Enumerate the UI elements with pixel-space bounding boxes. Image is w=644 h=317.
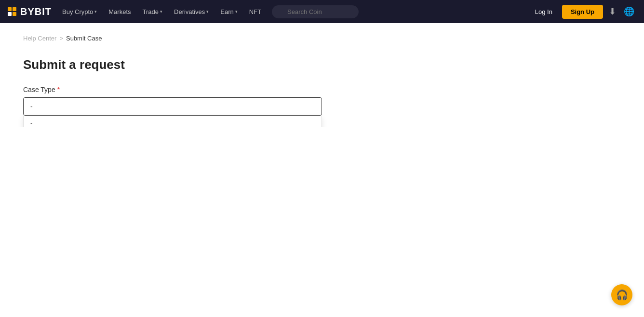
nav-nft[interactable]: NFT	[244, 6, 266, 17]
dropdown-item[interactable]: -	[24, 116, 322, 127]
logo[interactable]: BYBIT	[8, 6, 52, 17]
main-content: Help Center > Submit Case Submit a reque…	[0, 23, 644, 127]
chevron-down-icon: ▾	[206, 9, 209, 14]
nav-derivatives[interactable]: Derivatives ▾	[169, 6, 214, 17]
logo-icon	[8, 7, 16, 16]
nav-buy-crypto[interactable]: Buy Crypto ▾	[57, 6, 102, 17]
search-input[interactable]	[272, 5, 359, 18]
navbar: BYBIT Buy Crypto ▾ Markets Trade ▾ Deriv…	[0, 0, 644, 23]
chevron-down-icon: ▾	[235, 9, 238, 14]
breadcrumb: Help Center > Submit Case	[23, 35, 621, 42]
breadcrumb-separator: >	[59, 35, 63, 42]
download-icon[interactable]: ⬇	[607, 4, 618, 19]
globe-icon[interactable]: 🌐	[622, 4, 636, 19]
required-marker: *	[57, 86, 60, 93]
page-title: Submit a request	[23, 57, 621, 72]
chevron-down-icon: ▾	[160, 9, 162, 14]
logo-text: BYBIT	[20, 6, 52, 17]
select-value: -	[30, 103, 33, 110]
breadcrumb-current: Submit Case	[66, 35, 102, 42]
case-type-select[interactable]: -	[23, 97, 322, 116]
form-group: Case Type * - -Why hasn't my deposit bee…	[23, 86, 322, 116]
nav-markets[interactable]: Markets	[104, 6, 135, 17]
login-button[interactable]: Log In	[529, 5, 558, 18]
dropdown-list: -Why hasn't my deposit been credited?How…	[23, 116, 322, 127]
select-wrapper: - -Why hasn't my deposit been credited?H…	[23, 97, 322, 116]
breadcrumb-parent[interactable]: Help Center	[23, 35, 56, 42]
signup-button[interactable]: Sign Up	[562, 5, 603, 19]
navbar-right: Log In Sign Up ⬇ 🌐	[529, 4, 636, 19]
nav-earn[interactable]: Earn ▾	[215, 6, 242, 17]
case-type-label: Case Type *	[23, 86, 322, 93]
nav-trade[interactable]: Trade ▾	[138, 6, 167, 17]
chevron-down-icon: ▾	[94, 9, 97, 14]
search-wrapper: 🔍	[272, 5, 359, 18]
